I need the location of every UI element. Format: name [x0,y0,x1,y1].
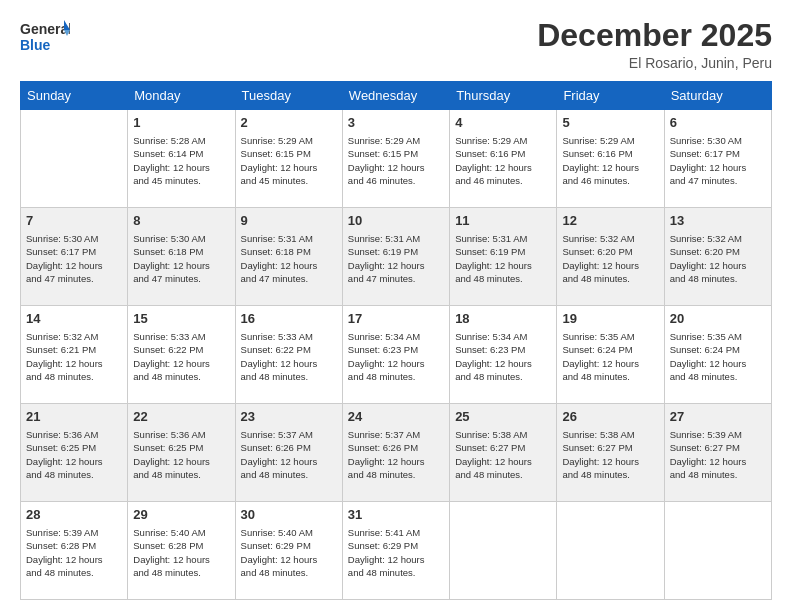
header-wednesday: Wednesday [342,82,449,110]
page: General Blue December 2025 El Rosario, J… [0,0,792,612]
calendar-cell: 31Sunrise: 5:41 AM Sunset: 6:29 PM Dayli… [342,502,449,600]
day-number: 11 [455,212,551,230]
calendar-header-row: SundayMondayTuesdayWednesdayThursdayFrid… [21,82,772,110]
day-info: Sunrise: 5:32 AM Sunset: 6:21 PM Dayligh… [26,331,103,383]
day-info: Sunrise: 5:37 AM Sunset: 6:26 PM Dayligh… [241,429,318,481]
day-info: Sunrise: 5:30 AM Sunset: 6:17 PM Dayligh… [26,233,103,285]
day-info: Sunrise: 5:36 AM Sunset: 6:25 PM Dayligh… [26,429,103,481]
week-row-5: 28Sunrise: 5:39 AM Sunset: 6:28 PM Dayli… [21,502,772,600]
header-friday: Friday [557,82,664,110]
day-number: 4 [455,114,551,132]
day-info: Sunrise: 5:29 AM Sunset: 6:15 PM Dayligh… [241,135,318,187]
day-info: Sunrise: 5:30 AM Sunset: 6:18 PM Dayligh… [133,233,210,285]
day-number: 20 [670,310,766,328]
day-number: 22 [133,408,229,426]
calendar-cell [557,502,664,600]
calendar-cell: 26Sunrise: 5:38 AM Sunset: 6:27 PM Dayli… [557,404,664,502]
day-info: Sunrise: 5:29 AM Sunset: 6:16 PM Dayligh… [562,135,639,187]
week-row-4: 21Sunrise: 5:36 AM Sunset: 6:25 PM Dayli… [21,404,772,502]
day-info: Sunrise: 5:41 AM Sunset: 6:29 PM Dayligh… [348,527,425,579]
header-monday: Monday [128,82,235,110]
calendar-cell: 21Sunrise: 5:36 AM Sunset: 6:25 PM Dayli… [21,404,128,502]
calendar-cell: 1Sunrise: 5:28 AM Sunset: 6:14 PM Daylig… [128,110,235,208]
week-row-3: 14Sunrise: 5:32 AM Sunset: 6:21 PM Dayli… [21,306,772,404]
calendar-cell: 14Sunrise: 5:32 AM Sunset: 6:21 PM Dayli… [21,306,128,404]
calendar-cell [450,502,557,600]
calendar-cell: 2Sunrise: 5:29 AM Sunset: 6:15 PM Daylig… [235,110,342,208]
day-info: Sunrise: 5:29 AM Sunset: 6:16 PM Dayligh… [455,135,532,187]
header-saturday: Saturday [664,82,771,110]
day-info: Sunrise: 5:35 AM Sunset: 6:24 PM Dayligh… [670,331,747,383]
calendar-cell: 29Sunrise: 5:40 AM Sunset: 6:28 PM Dayli… [128,502,235,600]
day-info: Sunrise: 5:37 AM Sunset: 6:26 PM Dayligh… [348,429,425,481]
day-info: Sunrise: 5:31 AM Sunset: 6:18 PM Dayligh… [241,233,318,285]
day-info: Sunrise: 5:31 AM Sunset: 6:19 PM Dayligh… [455,233,532,285]
calendar-cell: 13Sunrise: 5:32 AM Sunset: 6:20 PM Dayli… [664,208,771,306]
header-tuesday: Tuesday [235,82,342,110]
day-number: 28 [26,506,122,524]
day-number: 18 [455,310,551,328]
day-number: 6 [670,114,766,132]
day-info: Sunrise: 5:33 AM Sunset: 6:22 PM Dayligh… [241,331,318,383]
day-number: 15 [133,310,229,328]
calendar-cell: 22Sunrise: 5:36 AM Sunset: 6:25 PM Dayli… [128,404,235,502]
header: General Blue December 2025 El Rosario, J… [20,18,772,71]
calendar-cell: 19Sunrise: 5:35 AM Sunset: 6:24 PM Dayli… [557,306,664,404]
day-number: 3 [348,114,444,132]
day-number: 9 [241,212,337,230]
day-number: 24 [348,408,444,426]
calendar-cell: 8Sunrise: 5:30 AM Sunset: 6:18 PM Daylig… [128,208,235,306]
svg-text:Blue: Blue [20,37,51,53]
day-number: 25 [455,408,551,426]
day-number: 27 [670,408,766,426]
day-info: Sunrise: 5:32 AM Sunset: 6:20 PM Dayligh… [670,233,747,285]
day-number: 8 [133,212,229,230]
day-number: 7 [26,212,122,230]
calendar-cell: 3Sunrise: 5:29 AM Sunset: 6:15 PM Daylig… [342,110,449,208]
main-title: December 2025 [537,18,772,53]
day-info: Sunrise: 5:28 AM Sunset: 6:14 PM Dayligh… [133,135,210,187]
calendar-cell: 25Sunrise: 5:38 AM Sunset: 6:27 PM Dayli… [450,404,557,502]
header-sunday: Sunday [21,82,128,110]
logo: General Blue [20,18,70,60]
day-info: Sunrise: 5:31 AM Sunset: 6:19 PM Dayligh… [348,233,425,285]
day-number: 19 [562,310,658,328]
day-number: 10 [348,212,444,230]
calendar-cell: 15Sunrise: 5:33 AM Sunset: 6:22 PM Dayli… [128,306,235,404]
calendar-cell: 12Sunrise: 5:32 AM Sunset: 6:20 PM Dayli… [557,208,664,306]
day-number: 12 [562,212,658,230]
calendar-cell: 9Sunrise: 5:31 AM Sunset: 6:18 PM Daylig… [235,208,342,306]
header-thursday: Thursday [450,82,557,110]
day-info: Sunrise: 5:29 AM Sunset: 6:15 PM Dayligh… [348,135,425,187]
calendar-cell: 7Sunrise: 5:30 AM Sunset: 6:17 PM Daylig… [21,208,128,306]
calendar-cell: 4Sunrise: 5:29 AM Sunset: 6:16 PM Daylig… [450,110,557,208]
day-info: Sunrise: 5:40 AM Sunset: 6:29 PM Dayligh… [241,527,318,579]
day-number: 17 [348,310,444,328]
day-number: 14 [26,310,122,328]
day-number: 23 [241,408,337,426]
title-block: December 2025 El Rosario, Junin, Peru [537,18,772,71]
day-number: 26 [562,408,658,426]
subtitle: El Rosario, Junin, Peru [537,55,772,71]
day-number: 29 [133,506,229,524]
calendar-cell: 6Sunrise: 5:30 AM Sunset: 6:17 PM Daylig… [664,110,771,208]
calendar-cell: 20Sunrise: 5:35 AM Sunset: 6:24 PM Dayli… [664,306,771,404]
day-number: 5 [562,114,658,132]
day-info: Sunrise: 5:38 AM Sunset: 6:27 PM Dayligh… [562,429,639,481]
logo-svg: General Blue [20,18,70,60]
calendar-cell [21,110,128,208]
day-info: Sunrise: 5:36 AM Sunset: 6:25 PM Dayligh… [133,429,210,481]
calendar-cell: 28Sunrise: 5:39 AM Sunset: 6:28 PM Dayli… [21,502,128,600]
calendar-cell: 16Sunrise: 5:33 AM Sunset: 6:22 PM Dayli… [235,306,342,404]
day-number: 30 [241,506,337,524]
day-number: 13 [670,212,766,230]
calendar-cell: 23Sunrise: 5:37 AM Sunset: 6:26 PM Dayli… [235,404,342,502]
day-number: 16 [241,310,337,328]
calendar-table: SundayMondayTuesdayWednesdayThursdayFrid… [20,81,772,600]
calendar-cell [664,502,771,600]
day-info: Sunrise: 5:32 AM Sunset: 6:20 PM Dayligh… [562,233,639,285]
day-info: Sunrise: 5:39 AM Sunset: 6:27 PM Dayligh… [670,429,747,481]
day-number: 2 [241,114,337,132]
calendar-cell: 30Sunrise: 5:40 AM Sunset: 6:29 PM Dayli… [235,502,342,600]
calendar-cell: 10Sunrise: 5:31 AM Sunset: 6:19 PM Dayli… [342,208,449,306]
